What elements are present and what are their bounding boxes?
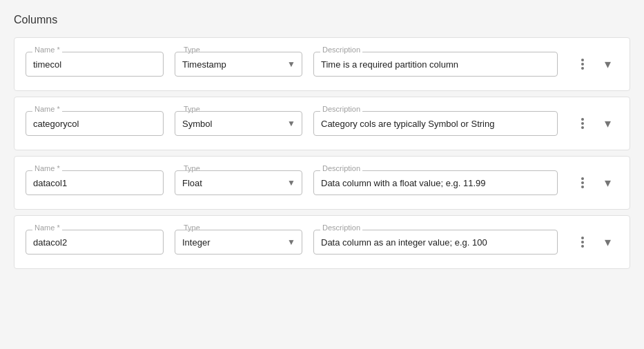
type-select-1[interactable]: TimestampSymbolFloatIntegerStringBoolean	[175, 52, 302, 77]
column-card-1: Name * Type TimestampSymbolFloatIntegerS…	[14, 37, 630, 91]
expand-button-3[interactable]: ▾	[596, 172, 618, 194]
dots-icon-4	[581, 237, 584, 248]
name-input-1[interactable]	[26, 52, 164, 77]
dot-2	[581, 63, 584, 66]
expand-button-4[interactable]: ▾	[596, 231, 618, 253]
actions-1: ▾	[572, 53, 618, 75]
description-label-2: Description	[320, 106, 362, 113]
description-label-1: Description	[320, 46, 362, 54]
type-select-wrapper-3: TimestampSymbolFloatIntegerStringBoolean…	[175, 170, 302, 195]
name-field-3: Name *	[26, 170, 164, 195]
chevron-down-icon-3: ▾	[605, 177, 611, 189]
column-row-3: Name * Type TimestampSymbolFloatIntegerS…	[26, 170, 618, 195]
expand-button-1[interactable]: ▾	[596, 53, 618, 75]
columns-container: Name * Type TimestampSymbolFloatIntegerS…	[14, 37, 630, 269]
name-label-2: Name *	[32, 106, 62, 113]
description-field-4: Description	[313, 230, 558, 255]
description-field-2: Description	[313, 111, 558, 136]
type-select-2[interactable]: TimestampSymbolFloatIntegerStringBoolean	[175, 111, 302, 136]
actions-3: ▾	[572, 172, 618, 194]
page-title: Columns	[14, 14, 630, 26]
description-label-4: Description	[320, 224, 362, 232]
dot-1	[581, 177, 584, 180]
type-select-wrapper-1: TimestampSymbolFloatIntegerStringBoolean…	[175, 52, 302, 77]
name-field-2: Name *	[26, 111, 164, 136]
dot-2	[581, 181, 584, 184]
more-options-button-4[interactable]	[572, 231, 594, 253]
type-field-3: Type TimestampSymbolFloatIntegerStringBo…	[175, 170, 302, 195]
column-row-2: Name * Type TimestampSymbolFloatIntegerS…	[26, 111, 618, 136]
description-input-4[interactable]	[313, 230, 558, 255]
type-select-3[interactable]: TimestampSymbolFloatIntegerStringBoolean	[175, 170, 302, 195]
type-select-wrapper-4: TimestampSymbolFloatIntegerStringBoolean…	[175, 230, 302, 255]
expand-button-2[interactable]: ▾	[596, 112, 618, 134]
chevron-down-icon-4: ▾	[605, 236, 611, 248]
name-field-4: Name *	[26, 230, 164, 255]
column-row-4: Name * Type TimestampSymbolFloatIntegerS…	[26, 230, 618, 255]
name-label-4: Name *	[32, 224, 62, 232]
actions-4: ▾	[572, 231, 618, 253]
name-input-2[interactable]	[26, 111, 164, 136]
dot-3	[581, 126, 584, 129]
dots-icon-3	[581, 177, 584, 188]
type-field-4: Type TimestampSymbolFloatIntegerStringBo…	[175, 230, 302, 255]
more-options-button-2[interactable]	[572, 112, 594, 134]
dots-icon-1	[581, 59, 584, 70]
actions-2: ▾	[572, 112, 618, 134]
column-card-3: Name * Type TimestampSymbolFloatIntegerS…	[14, 156, 630, 210]
name-label-3: Name *	[32, 165, 62, 172]
column-card-4: Name * Type TimestampSymbolFloatIntegerS…	[14, 215, 630, 269]
dot-3	[581, 245, 584, 248]
column-row-1: Name * Type TimestampSymbolFloatIntegerS…	[26, 52, 618, 77]
dot-1	[581, 59, 584, 61]
more-options-button-3[interactable]	[572, 172, 594, 194]
dot-3	[581, 186, 584, 188]
type-field-2: Type TimestampSymbolFloatIntegerStringBo…	[175, 111, 302, 136]
dot-3	[581, 67, 584, 70]
chevron-down-icon-1: ▾	[605, 58, 611, 70]
dot-1	[581, 237, 584, 239]
type-select-wrapper-2: TimestampSymbolFloatIntegerStringBoolean…	[175, 111, 302, 136]
column-card-2: Name * Type TimestampSymbolFloatIntegerS…	[14, 97, 630, 150]
name-label-1: Name *	[32, 46, 62, 54]
dot-2	[581, 241, 584, 243]
description-label-3: Description	[320, 165, 362, 172]
dots-icon-2	[581, 118, 584, 129]
dot-2	[581, 122, 584, 125]
name-input-4[interactable]	[26, 230, 164, 255]
type-field-1: Type TimestampSymbolFloatIntegerStringBo…	[175, 52, 302, 77]
description-input-3[interactable]	[313, 170, 558, 195]
description-field-1: Description	[313, 52, 558, 77]
more-options-button-1[interactable]	[572, 53, 594, 75]
description-input-2[interactable]	[313, 111, 558, 136]
description-input-1[interactable]	[313, 52, 558, 77]
description-field-3: Description	[313, 170, 558, 195]
name-input-3[interactable]	[26, 170, 164, 195]
dot-1	[581, 118, 584, 121]
type-select-4[interactable]: TimestampSymbolFloatIntegerStringBoolean	[175, 230, 302, 255]
chevron-down-icon-2: ▾	[605, 117, 611, 130]
name-field-1: Name *	[26, 52, 164, 77]
